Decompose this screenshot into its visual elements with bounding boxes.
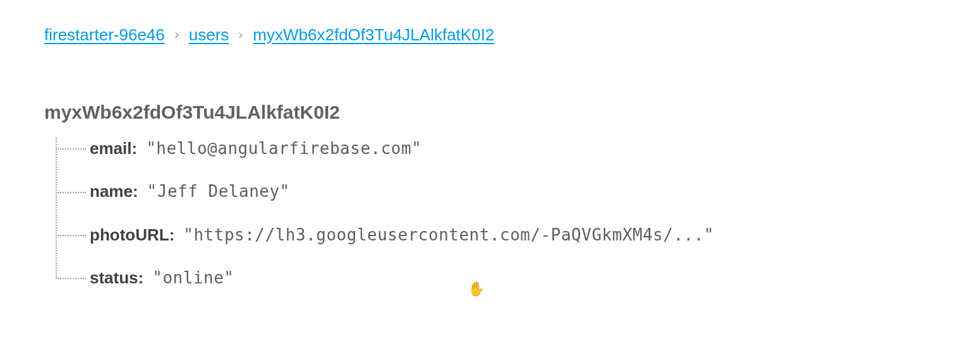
field-key: photoURL [90, 223, 169, 246]
field-key: status [90, 266, 138, 289]
tree-branch-icon [56, 228, 86, 241]
field-value: "online" [152, 266, 234, 289]
chevron-right-icon [236, 31, 245, 40]
tree-branch-icon [56, 271, 86, 284]
field-value: "hello@angularfirebase.com" [146, 137, 421, 160]
field-colon: : [138, 266, 144, 289]
field-value: "https://lh3.googleusercontent.com/-PaQV… [183, 223, 714, 246]
document-id-title: myxWb6x2fdOf3Tu4JLAlkfatK0I2 [44, 102, 936, 123]
breadcrumb: firestarter-96e46 users myxWb6x2fdOf3Tu4… [44, 25, 936, 45]
field-colon: : [169, 223, 175, 246]
field-row[interactable]: email: "hello@angularfirebase.com" [56, 137, 936, 160]
field-row[interactable]: photoURL: "https://lh3.googleusercontent… [56, 223, 936, 246]
field-key: name [90, 180, 133, 203]
chevron-right-icon [172, 31, 181, 40]
breadcrumb-link-collection[interactable]: users [189, 25, 229, 45]
field-key: email [90, 137, 132, 160]
field-row[interactable]: status: "online" [56, 266, 936, 289]
field-row[interactable]: name: "Jeff Delaney" [56, 180, 936, 203]
document-fields-tree: email: "hello@angularfirebase.com" name:… [44, 137, 936, 290]
tree-branch-icon [56, 186, 86, 198]
field-colon: : [133, 180, 138, 203]
breadcrumb-link-project[interactable]: firestarter-96e46 [44, 25, 165, 45]
breadcrumb-link-document[interactable]: myxWb6x2fdOf3Tu4JLAlkfatK0I2 [253, 25, 494, 45]
tree-branch-icon [56, 142, 86, 155]
field-value: "Jeff Delaney" [147, 180, 290, 203]
field-colon: : [132, 137, 138, 160]
hand-cursor-icon: ✋ [468, 281, 485, 297]
